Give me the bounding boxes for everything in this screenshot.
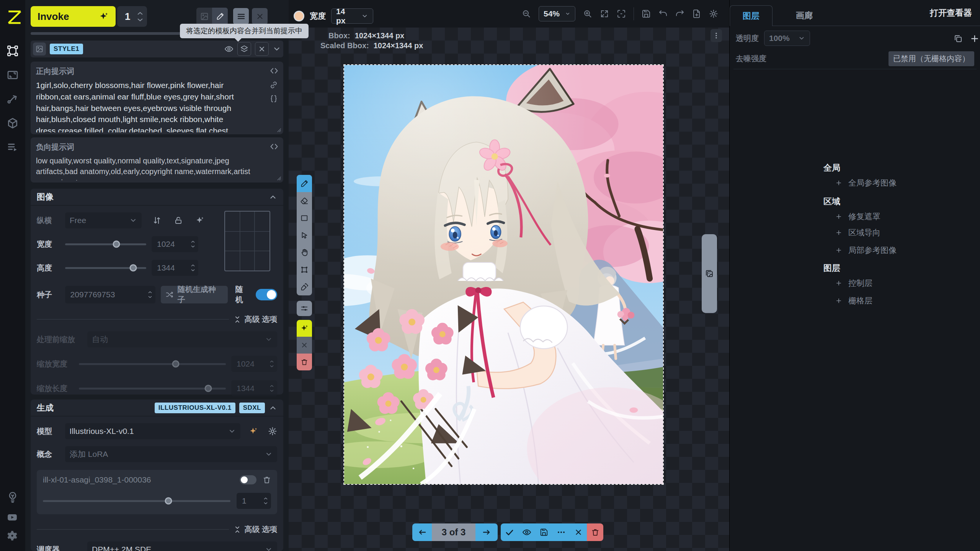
height-slider[interactable] [65, 267, 146, 269]
width-input[interactable]: 1024 [152, 236, 198, 252]
cancel-region-button[interactable] [297, 337, 312, 354]
add-layer-icon[interactable] [970, 34, 980, 44]
queue-count-stepper[interactable]: 1 [117, 6, 147, 27]
brush-width-select[interactable]: 14 px [331, 8, 373, 24]
save-image-button[interactable] [535, 523, 552, 541]
accept-image-button[interactable] [501, 523, 518, 541]
chevron-up-icon[interactable] [269, 193, 277, 201]
redo-button[interactable] [675, 9, 684, 18]
move-tool[interactable] [297, 227, 312, 244]
save-canvas-button[interactable] [642, 9, 651, 18]
generated-image[interactable] [343, 64, 664, 485]
zoom-in-button[interactable] [583, 9, 592, 18]
nav-canvas-tab[interactable] [7, 45, 19, 57]
model-optimize-icon[interactable] [249, 427, 258, 436]
lora-enabled-toggle[interactable] [240, 475, 256, 484]
link-icon[interactable] [270, 81, 278, 89]
delete-image-button[interactable] [587, 523, 603, 541]
scaled-height-input[interactable]: 1344 [231, 380, 277, 396]
nav-workflows-tab[interactable] [7, 93, 19, 105]
scaled-width-slider[interactable] [79, 363, 226, 365]
bbox-tool[interactable] [297, 261, 312, 278]
prev-image-button[interactable] [412, 523, 432, 541]
delete-region-button[interactable] [297, 354, 312, 370]
gallery-drawer-handle[interactable] [702, 234, 717, 313]
undo-button[interactable] [658, 9, 668, 18]
add-lora-select[interactable]: 添加 LoRA [65, 446, 277, 462]
height-input[interactable]: 1344 [152, 260, 198, 276]
chevron-down-icon[interactable] [137, 18, 143, 22]
add-regional-guidance[interactable]: 区域导向 [835, 227, 880, 238]
swap-dimensions-icon[interactable] [152, 216, 162, 225]
tab-gallery[interactable]: 画廊 [783, 5, 825, 26]
image-advanced-options[interactable]: 高级 选项 [234, 314, 277, 324]
resize-grip-icon[interactable] [274, 125, 282, 133]
prompt-template-row[interactable]: STYLE1 [31, 41, 283, 57]
fit-bbox-button[interactable] [617, 9, 626, 18]
add-global-reference-image[interactable]: 全局参考图像 [835, 178, 897, 188]
template-expand-button[interactable] [273, 45, 281, 53]
brush-tool[interactable] [297, 175, 312, 192]
lock-aspect-icon[interactable] [174, 216, 183, 225]
eyedropper-tool[interactable] [297, 278, 312, 295]
nav-models-tab[interactable] [7, 117, 19, 129]
scale-method-select[interactable]: 自动 [87, 331, 277, 347]
pan-tool[interactable] [297, 244, 312, 261]
add-inpaint-mask[interactable]: 修复遮罩 [835, 211, 880, 222]
preview-image-button[interactable] [518, 523, 535, 541]
randomize-seed-button[interactable]: 随机生成种子 [161, 286, 228, 303]
new-session-button[interactable] [692, 9, 701, 18]
menu-button[interactable] [233, 8, 249, 24]
random-seed-toggle[interactable] [256, 289, 277, 300]
dismiss-button[interactable] [252, 8, 268, 24]
youtube-icon[interactable] [7, 512, 19, 524]
negative-prompt-box[interactable]: 负向提示词 low quality,worst quality,normal q… [31, 137, 283, 183]
zoom-out-button[interactable] [522, 9, 531, 18]
template-view-button[interactable] [224, 44, 234, 54]
positive-prompt-text[interactable]: 1girl,solo,cherry blossoms,hair flower,p… [36, 80, 261, 132]
resize-grip-icon[interactable] [274, 173, 282, 181]
fit-to-view-button[interactable] [600, 9, 609, 18]
invoke-region-button[interactable] [297, 320, 312, 337]
nav-queue-tab[interactable] [7, 141, 19, 153]
template-merge-button[interactable] [237, 42, 251, 56]
add-regional-reference-image[interactable]: 局部参考图像 [835, 245, 897, 256]
code-icon[interactable] [270, 142, 279, 151]
lora-weight-input[interactable]: 1 [237, 493, 271, 509]
code-icon[interactable] [270, 66, 279, 75]
aspect-select[interactable]: Free [65, 212, 142, 228]
tool-settings-button[interactable] [297, 301, 312, 316]
width-slider[interactable] [65, 243, 146, 245]
eraser-tool[interactable] [297, 192, 312, 209]
model-settings-gear-icon[interactable] [268, 427, 277, 436]
image-layer-button[interactable] [196, 8, 212, 25]
chevron-up-icon[interactable] [269, 404, 277, 412]
braces-icon[interactable] [270, 95, 278, 103]
add-raster-layer[interactable]: 栅格层 [835, 295, 872, 306]
negative-prompt-text[interactable]: low quality,worst quality,normal quality… [36, 155, 261, 181]
trash-icon[interactable] [263, 476, 271, 484]
discard-image-button[interactable] [570, 523, 587, 541]
scheduler-select[interactable]: DPM++ 2M SDE [87, 541, 277, 551]
brush-color-swatch[interactable] [294, 11, 304, 21]
settings-gear-icon[interactable] [7, 530, 19, 542]
generation-advanced-options[interactable]: 高级 选项 [234, 524, 277, 535]
duplicate-layer-icon[interactable] [954, 34, 963, 43]
model-select[interactable]: Illustrious-XL-v0.1 [65, 423, 241, 439]
canvas-context-menu-button[interactable] [710, 29, 722, 42]
tab-layers[interactable]: 图层 [730, 5, 773, 26]
add-control-layer[interactable]: 控制层 [835, 278, 872, 289]
zoom-level-select[interactable]: 54% [539, 6, 575, 21]
scaled-width-input[interactable]: 1024 [231, 356, 277, 372]
next-image-button[interactable] [475, 523, 498, 541]
opacity-select[interactable]: 100% [764, 31, 810, 46]
canvas-settings-gear-icon[interactable] [709, 9, 718, 18]
template-clear-button[interactable] [255, 42, 269, 56]
more-actions-button[interactable] [552, 523, 570, 541]
invoke-button[interactable]: Invoke [31, 6, 116, 27]
nav-upscale-tab[interactable] [7, 69, 19, 81]
brush-layer-button[interactable] [212, 8, 228, 25]
rect-tool[interactable] [297, 209, 312, 227]
support-lightbulb-icon[interactable] [7, 491, 19, 503]
optimize-size-icon[interactable] [195, 216, 204, 225]
